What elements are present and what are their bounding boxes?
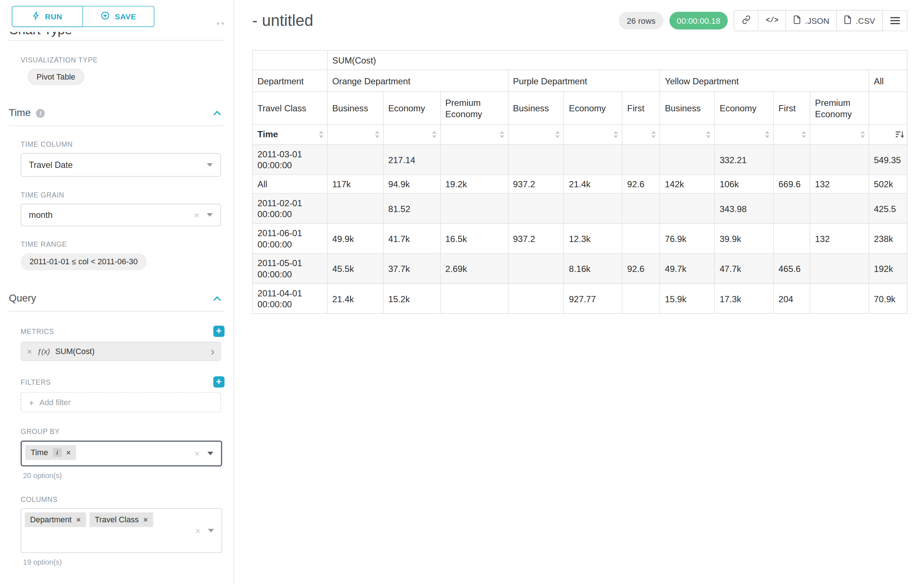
sort-icon[interactable] bbox=[706, 130, 711, 141]
pivot-cell bbox=[622, 145, 660, 174]
add-metric-button[interactable]: + bbox=[213, 326, 224, 337]
pivot-cell bbox=[564, 145, 622, 174]
export-json-button[interactable]: .JSON bbox=[786, 10, 837, 31]
chevron-up-icon[interactable] bbox=[213, 296, 221, 304]
time-column-select[interactable]: Travel Date bbox=[20, 153, 221, 177]
pivot-cell: 192k bbox=[869, 254, 907, 284]
pivot-cell bbox=[508, 284, 564, 314]
pivot-cell: 49.9k bbox=[327, 224, 383, 253]
clear-icon[interactable]: × bbox=[195, 449, 200, 458]
pivot-cell bbox=[660, 145, 715, 174]
pivot-travel-class-header: Travel Class bbox=[252, 92, 327, 125]
chart-title[interactable]: - untitled bbox=[252, 12, 314, 30]
columns-chip-department[interactable]: Department × bbox=[25, 512, 86, 527]
metric-chip-label: SUM(Cost) bbox=[55, 347, 95, 355]
visualization-type-pill[interactable]: Pivot Table bbox=[28, 69, 84, 85]
pivot-column-sort-header[interactable] bbox=[508, 125, 564, 145]
sort-icon[interactable] bbox=[318, 130, 324, 141]
sort-icon[interactable] bbox=[613, 130, 619, 141]
pivot-cell bbox=[564, 193, 622, 224]
visualization-type-label: VISUALIZATION TYPE bbox=[20, 56, 224, 64]
query-timer-badge: 00:00:00.18 bbox=[669, 12, 728, 29]
pivot-column-sort-header[interactable] bbox=[660, 125, 715, 145]
chevron-up-icon[interactable] bbox=[213, 110, 221, 118]
pivot-cell: 47.7k bbox=[715, 254, 774, 284]
pivot-cell: 17.3k bbox=[715, 284, 774, 314]
pivot-time-sort-header[interactable]: Time bbox=[252, 125, 327, 145]
time-grain-label: TIME GRAIN bbox=[20, 191, 224, 199]
remove-chip-icon[interactable]: × bbox=[66, 449, 71, 457]
chevron-right-icon[interactable]: › bbox=[211, 345, 214, 357]
pivot-column-sort-header[interactable] bbox=[810, 125, 869, 145]
pivot-cell: 16.5k bbox=[441, 224, 508, 253]
pivot-column-sort-header[interactable] bbox=[774, 125, 810, 145]
copy-link-button[interactable] bbox=[734, 10, 759, 31]
pivot-column-sort-header[interactable] bbox=[327, 125, 383, 145]
pivot-all-sort-header[interactable] bbox=[869, 125, 907, 145]
sort-icon[interactable] bbox=[651, 130, 657, 141]
time-column-value: Travel Date bbox=[29, 160, 73, 170]
bolt-icon bbox=[33, 12, 40, 22]
sort-icon[interactable] bbox=[431, 130, 437, 141]
pivot-column-sort-header[interactable] bbox=[383, 125, 440, 145]
metric-chip[interactable]: × ƒ(x) SUM(Cost) › bbox=[20, 342, 221, 361]
group-by-label: GROUP BY bbox=[20, 428, 224, 436]
remove-chip-icon[interactable]: × bbox=[76, 516, 81, 524]
time-range-pill[interactable]: 2011-01-01 ≤ col < 2011-06-30 bbox=[20, 253, 147, 270]
chevron-down-icon bbox=[207, 213, 213, 217]
pivot-cell: 8.16k bbox=[564, 254, 622, 284]
pivot-column-sort-header[interactable] bbox=[622, 125, 660, 145]
group-by-chip-label: Time bbox=[31, 448, 48, 457]
pivot-cell: 132 bbox=[810, 224, 869, 253]
remove-metric-icon[interactable]: × bbox=[27, 347, 32, 356]
sort-descending-icon[interactable] bbox=[896, 130, 904, 141]
pivot-cell: 425.5 bbox=[869, 193, 907, 224]
pivot-cell: 21.4k bbox=[327, 284, 383, 314]
sort-icon[interactable] bbox=[555, 130, 561, 141]
sort-icon[interactable] bbox=[499, 130, 505, 141]
pivot-cell: 15.2k bbox=[383, 284, 440, 314]
sort-icon[interactable] bbox=[374, 130, 380, 141]
pivot-class-header: Premium Economy bbox=[810, 92, 869, 125]
pivot-column-sort-header[interactable] bbox=[564, 125, 622, 145]
pivot-group-header: Orange Department bbox=[327, 70, 508, 92]
pivot-row: 2011-05-01 00:00:0045.5k37.7k2.69k8.16k9… bbox=[252, 254, 907, 284]
pivot-column-sort-header[interactable] bbox=[441, 125, 508, 145]
time-grain-value: month bbox=[29, 210, 53, 220]
columns-chip-travel-class[interactable]: Travel Class × bbox=[89, 512, 153, 527]
run-button-label: RUN bbox=[45, 12, 62, 21]
add-filter-button[interactable]: + Add filter bbox=[20, 392, 221, 413]
run-button[interactable]: RUN bbox=[12, 6, 83, 27]
divider bbox=[9, 125, 224, 126]
group-by-select[interactable]: Time i × × bbox=[20, 441, 222, 466]
save-button[interactable]: SAVE bbox=[83, 6, 155, 27]
time-grain-select[interactable]: month × bbox=[20, 204, 221, 226]
pivot-cell bbox=[622, 284, 660, 314]
pivot-cell: 549.35 bbox=[869, 145, 907, 174]
pivot-column-sort-header[interactable] bbox=[715, 125, 774, 145]
pivot-cell: 92.6 bbox=[622, 254, 660, 284]
clear-icon[interactable]: × bbox=[195, 526, 200, 535]
sort-icon[interactable] bbox=[764, 130, 770, 141]
columns-select[interactable]: Department × Travel Class × × bbox=[20, 508, 222, 553]
pivot-cell: 465.6 bbox=[774, 254, 810, 284]
remove-chip-icon[interactable]: × bbox=[144, 516, 148, 524]
add-filter-plus-button[interactable]: + bbox=[213, 376, 224, 388]
export-csv-button[interactable]: .CSV bbox=[837, 10, 883, 31]
group-by-chip-time[interactable]: Time i × bbox=[25, 445, 76, 460]
pivot-cell: 81.52 bbox=[383, 193, 440, 224]
pivot-cell: 132 bbox=[810, 174, 869, 193]
info-icon[interactable]: i bbox=[53, 448, 61, 457]
more-options-button[interactable] bbox=[883, 10, 908, 31]
pivot-cell: 94.9k bbox=[383, 174, 440, 193]
chevron-down-icon bbox=[208, 529, 214, 533]
embed-code-button[interactable]: </> bbox=[759, 10, 786, 31]
hamburger-menu-icon bbox=[890, 20, 899, 21]
sort-icon[interactable] bbox=[860, 130, 866, 141]
chart-type-heading: Chart Type bbox=[9, 32, 224, 38]
clear-icon[interactable]: × bbox=[194, 211, 199, 219]
pivot-cell bbox=[508, 145, 564, 174]
pivot-cell: 70.9k bbox=[869, 284, 907, 314]
sort-icon[interactable] bbox=[801, 130, 807, 141]
time-section-header: Time i bbox=[9, 107, 224, 119]
